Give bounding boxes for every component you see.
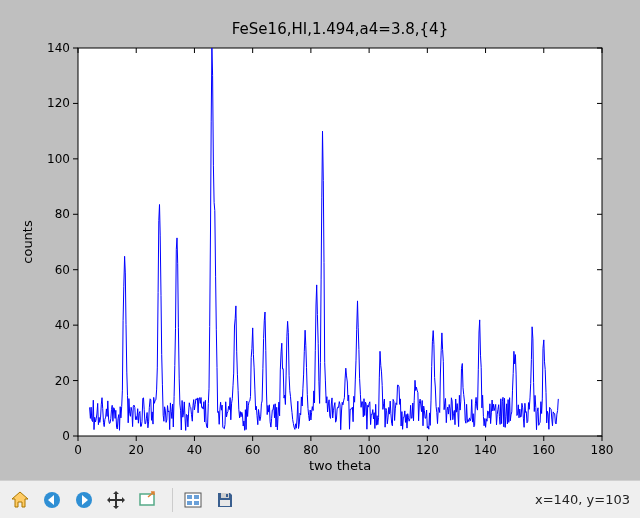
home-button[interactable] xyxy=(6,486,34,514)
svg-rect-59 xyxy=(194,495,199,499)
svg-text:20: 20 xyxy=(55,374,70,388)
arrow-right-icon xyxy=(74,490,94,510)
toolbar-separator xyxy=(172,488,173,512)
svg-rect-60 xyxy=(187,501,192,505)
svg-text:100: 100 xyxy=(47,152,70,166)
home-icon xyxy=(10,490,30,510)
zoom-button[interactable] xyxy=(134,486,162,514)
y-axis-label: counts xyxy=(20,220,35,264)
floppy-icon xyxy=(215,490,235,510)
plot-canvas-area: FeSe16,HI,1.494,a4=3.8,{4} counts two th… xyxy=(0,0,640,480)
svg-text:120: 120 xyxy=(416,443,439,457)
svg-text:180: 180 xyxy=(591,443,614,457)
subplots-icon xyxy=(183,490,203,510)
configure-subplots-button[interactable] xyxy=(179,486,207,514)
svg-text:20: 20 xyxy=(129,443,144,457)
svg-text:40: 40 xyxy=(55,318,70,332)
svg-text:0: 0 xyxy=(62,429,70,443)
matplotlib-toolbar: x=140, y=103 xyxy=(0,480,640,518)
pan-button[interactable] xyxy=(102,486,130,514)
svg-text:80: 80 xyxy=(303,443,318,457)
app-window: FeSe16,HI,1.494,a4=3.8,{4} counts two th… xyxy=(0,0,640,518)
svg-text:100: 100 xyxy=(358,443,381,457)
svg-text:80: 80 xyxy=(55,207,70,221)
svg-text:40: 40 xyxy=(187,443,202,457)
plot-svg[interactable]: FeSe16,HI,1.494,a4=3.8,{4} counts two th… xyxy=(0,0,640,480)
svg-text:140: 140 xyxy=(474,443,497,457)
chart-title: FeSe16,HI,1.494,a4=3.8,{4} xyxy=(232,20,448,38)
svg-rect-64 xyxy=(220,500,230,506)
arrow-left-icon xyxy=(42,490,62,510)
svg-rect-61 xyxy=(194,501,199,505)
svg-rect-63 xyxy=(226,494,228,497)
back-button[interactable] xyxy=(38,486,66,514)
svg-text:0: 0 xyxy=(74,443,82,457)
move-icon xyxy=(106,490,126,510)
svg-text:120: 120 xyxy=(47,96,70,110)
svg-text:60: 60 xyxy=(245,443,260,457)
cursor-coords: x=140, y=103 xyxy=(535,492,634,507)
forward-button[interactable] xyxy=(70,486,98,514)
svg-text:160: 160 xyxy=(532,443,555,457)
svg-text:140: 140 xyxy=(47,41,70,55)
x-axis-label: two theta xyxy=(309,458,371,473)
zoom-icon xyxy=(138,490,158,510)
svg-text:60: 60 xyxy=(55,263,70,277)
save-button[interactable] xyxy=(211,486,239,514)
svg-rect-58 xyxy=(187,495,192,499)
svg-rect-56 xyxy=(140,494,154,505)
